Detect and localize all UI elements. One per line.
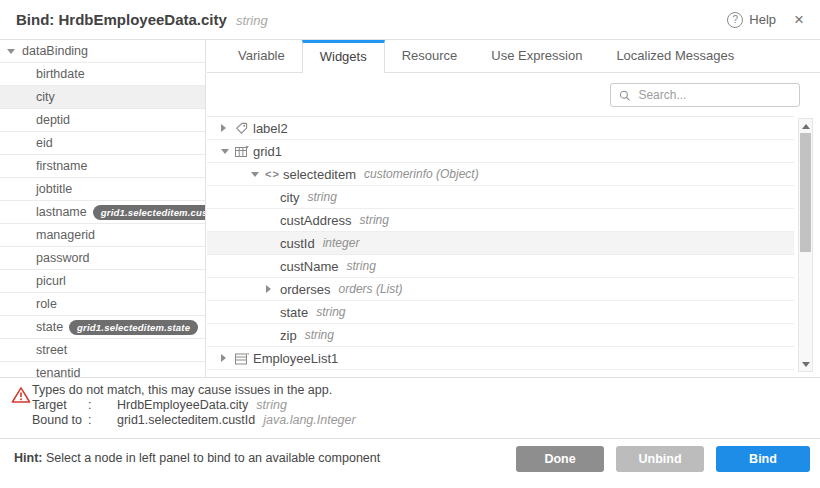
sidebar-item-state[interactable]: stategrid1.selecteditem.state — [0, 316, 205, 339]
tree-node-label: city — [280, 190, 300, 205]
grid-icon — [235, 145, 253, 158]
search-box[interactable] — [610, 83, 800, 107]
binding-badge: grid1.selecteditem.state — [69, 320, 198, 335]
target-type: string — [256, 398, 287, 413]
widget-tree: label2grid1<>selecteditemcustomerinfo (O… — [207, 116, 794, 377]
colon: : — [88, 398, 117, 413]
tab-use-expression[interactable]: Use Expression — [474, 40, 599, 72]
sidebar-item-password[interactable]: password — [0, 247, 205, 270]
list-icon — [235, 352, 253, 365]
type-mismatch-warning: Types do not match, this may cause issue… — [0, 377, 820, 438]
sidebar-item-picurl[interactable]: picurl — [0, 270, 205, 293]
dialog-header: Bind: HrdbEmployeeData.citystring ? Help… — [0, 0, 820, 40]
sidebar-item-firstname[interactable]: firstname — [0, 155, 205, 178]
dialog-title: Bind: HrdbEmployeeData.city — [16, 11, 227, 28]
target-value: HrdbEmployeeData.city — [117, 398, 248, 413]
sidebar-item-label: password — [36, 251, 90, 265]
sidebar-item-label: city — [36, 90, 55, 104]
sidebar-item-label: firstname — [36, 159, 87, 173]
hint-label: Hint: — [14, 451, 42, 465]
tab-resource[interactable]: Resource — [385, 40, 475, 72]
footer-bar: Hint: Select a node in left panel to bin… — [0, 438, 820, 488]
sidebar-item-label: jobtitle — [36, 182, 72, 196]
hint-text: Hint: Select a node in left panel to bin… — [14, 446, 380, 465]
unbind-button[interactable]: Unbind — [616, 446, 704, 472]
warning-message: Types do not match, this may cause issue… — [32, 383, 820, 398]
sidebar-item-label: deptid — [36, 113, 70, 127]
chevron-down-icon[interactable] — [251, 172, 259, 177]
tree-node-label: custName — [280, 259, 339, 274]
tree-node-label: zip — [280, 328, 297, 343]
help-button[interactable]: ? Help — [727, 12, 776, 28]
target-label: Target — [32, 398, 88, 413]
tree-node-type: string — [308, 190, 337, 204]
chevron-right-icon[interactable] — [266, 285, 271, 293]
sidebar-item-street[interactable]: street — [0, 339, 205, 362]
tree-node-city[interactable]: citystring — [207, 186, 794, 209]
tab-widgets[interactable]: Widgets — [302, 40, 385, 73]
arrow-slot — [221, 124, 235, 132]
sidebar-item-lastname[interactable]: lastnamegrid1.selecteditem.custName — [0, 201, 205, 224]
bound-label: Bound to — [32, 413, 88, 428]
sidebar-item-eid[interactable]: eid — [0, 132, 205, 155]
object-icon: <> — [265, 168, 283, 180]
bind-button[interactable]: Bind — [716, 446, 810, 472]
sidebar-item-label: tenantid — [36, 366, 80, 377]
scrollbar[interactable] — [798, 118, 813, 372]
scroll-up-arrow-icon[interactable] — [799, 119, 812, 133]
tree-node-label: state — [280, 305, 308, 320]
tree-node-orderses[interactable]: ordersesorders (List) — [207, 278, 794, 301]
field-tree-panel: dataBinding birthdatecitydeptideidfirstn… — [0, 40, 206, 377]
tab-variable[interactable]: Variable — [221, 40, 302, 72]
tree-node-state[interactable]: statestring — [207, 301, 794, 324]
close-icon[interactable]: × — [794, 11, 804, 28]
sidebar-item-label: state — [36, 320, 63, 334]
warning-target-row: Target : HrdbEmployeeData.city string — [32, 398, 820, 413]
sidebar-item-label: eid — [36, 136, 53, 150]
done-button[interactable]: Done — [516, 446, 604, 472]
tree-node-type: string — [305, 328, 334, 342]
chevron-down-icon[interactable] — [7, 49, 22, 54]
scroll-down-arrow-icon[interactable] — [799, 357, 812, 371]
tree-node-selecteditem[interactable]: <>selecteditemcustomerinfo (Object) — [207, 163, 794, 186]
binding-badge: grid1.selecteditem.custName — [93, 205, 205, 220]
tree-node-zip[interactable]: zipstring — [207, 324, 794, 347]
sidebar-item-role[interactable]: role — [0, 293, 205, 316]
search-input[interactable] — [636, 87, 791, 103]
search-icon — [619, 89, 630, 102]
tree-node-label2[interactable]: label2 — [207, 117, 794, 140]
sidebar-item-list: birthdatecitydeptideidfirstnamejobtitlel… — [0, 63, 205, 377]
sidebar-item-label: picurl — [36, 274, 66, 288]
sidebar-item-label: managerid — [36, 228, 95, 242]
tree-node-type: orders (List) — [339, 282, 403, 296]
bind-source-panel: VariableWidgetsResourceUse ExpressionLoc… — [207, 40, 820, 377]
tree-node-employeelist1[interactable]: EmployeeList1 — [207, 347, 794, 370]
action-buttons: DoneUnbindBind — [516, 446, 810, 472]
sidebar-root-label: dataBinding — [22, 44, 88, 58]
tree-node-label: label2 — [253, 121, 288, 136]
tree-node-custname[interactable]: custNamestring — [207, 255, 794, 278]
warning-bound-row: Bound to : grid1.selecteditem.custId jav… — [32, 413, 820, 428]
sidebar-item-label: birthdate — [36, 67, 85, 81]
sidebar-item-deptid[interactable]: deptid — [0, 109, 205, 132]
tree-node-custaddress[interactable]: custAddressstring — [207, 209, 794, 232]
tree-node-custid[interactable]: custIdinteger — [207, 232, 794, 255]
chevron-right-icon[interactable] — [221, 354, 226, 362]
arrow-slot — [251, 172, 265, 177]
sidebar-root-databinding[interactable]: dataBinding — [0, 40, 205, 63]
sidebar-item-managerid[interactable]: managerid — [0, 224, 205, 247]
tab-localized-messages[interactable]: Localized Messages — [599, 40, 751, 72]
tree-node-type: string — [316, 305, 345, 319]
tree-node-label: EmployeeList1 — [253, 351, 338, 366]
sidebar-item-jobtitle[interactable]: jobtitle — [0, 178, 205, 201]
chevron-right-icon[interactable] — [221, 124, 226, 132]
scrollbar-thumb[interactable] — [800, 133, 811, 252]
tree-node-label: grid1 — [253, 144, 282, 159]
sidebar-item-birthdate[interactable]: birthdate — [0, 63, 205, 86]
chevron-down-icon[interactable] — [221, 149, 229, 154]
sidebar-item-label: street — [36, 343, 67, 357]
sidebar-item-city[interactable]: city — [0, 86, 205, 109]
sidebar-item-tenantid[interactable]: tenantid — [0, 362, 205, 377]
tree-node-grid1[interactable]: grid1 — [207, 140, 794, 163]
tree-node-label: orderses — [280, 282, 331, 297]
